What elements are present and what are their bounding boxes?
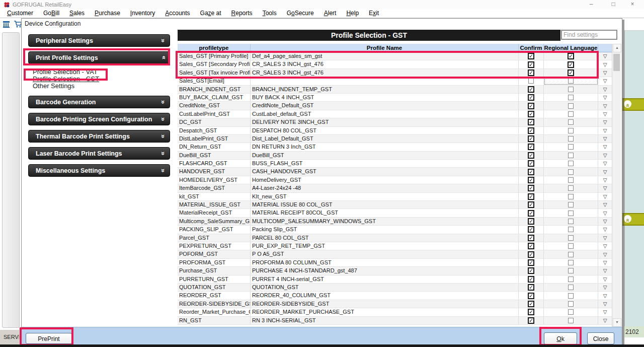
row-dropdown-icon[interactable]: ▽	[598, 275, 612, 283]
table-row[interactable]: Multicomp_SaleSummary_GSTMULTICOMP_SALES…	[178, 218, 612, 226]
row-dropdown-icon[interactable]: ▽	[598, 209, 612, 217]
row-dropdown-icon[interactable]: ▽	[598, 201, 612, 209]
sidebar-section-laser-barcode-print-settings[interactable]: Laser Barcode Print Settings»	[28, 147, 170, 160]
regional-unchecked-checkbox[interactable]	[568, 318, 574, 323]
menu-item-alert[interactable]: Alert	[319, 9, 342, 18]
row-dropdown-icon[interactable]: ▽	[598, 127, 612, 134]
table-row[interactable]: Sales_GST [Tax invoice Profile]CR_SALES …	[178, 69, 612, 77]
menu-item-inventory[interactable]: Inventory	[125, 9, 160, 18]
table-row[interactable]: Purchase_GSTPURCHASE 4 INCH-STANDARD_gst…	[178, 267, 612, 275]
confirm-checked-checkbox[interactable]: ✓	[528, 201, 534, 208]
sidebar-section-print-profile-settings[interactable]: Print Profile Settings»	[28, 51, 170, 64]
confirm-checked-checkbox[interactable]: ✓	[528, 276, 534, 283]
confirm-checked-checkbox[interactable]: ✓	[528, 243, 534, 249]
confirm-checked-checkbox[interactable]: ✓	[528, 135, 534, 142]
row-dropdown-icon[interactable]: ▽	[598, 184, 612, 192]
table-row[interactable]: RN_GSTRN 3 INCH-SERIAL_GST✓▽	[178, 317, 612, 325]
row-dropdown-icon[interactable]: ▽	[598, 110, 612, 118]
sidebar-section-barcode-generation[interactable]: Barcode Generation»	[28, 96, 170, 108]
sidebar-section-barcode-printing-screen-configuration[interactable]: Barcode Printing Screen Configuration»	[28, 113, 170, 125]
regional-unchecked-checkbox[interactable]	[568, 128, 574, 133]
row-dropdown-icon[interactable]: ▽	[598, 168, 612, 175]
row-dropdown-icon[interactable]: ▽	[598, 242, 612, 250]
regional-unchecked-checkbox[interactable]	[568, 268, 574, 273]
regional-unchecked-checkbox[interactable]	[568, 219, 574, 224]
row-dropdown-icon[interactable]: ▽	[598, 143, 612, 151]
row-dropdown-icon[interactable]: ▽	[598, 86, 612, 93]
table-row[interactable]: ItemBarcode_GSTA4-Laser-24x24 -48✓▽	[178, 184, 612, 192]
confirm-checked-checkbox[interactable]: ✓	[528, 185, 534, 191]
row-dropdown-icon[interactable]: ▽	[598, 259, 612, 266]
confirm-checked-checkbox[interactable]: ✓	[528, 127, 534, 134]
table-row[interactable]: PROFORMA_GSTPROFORMA 80 COLUMN_GST✓▽	[178, 259, 612, 267]
table-row[interactable]: kit_GSTKIt_new_GST✓▽	[178, 193, 612, 201]
menu-item-help[interactable]: Help	[341, 9, 364, 18]
regional-unchecked-checkbox[interactable]	[568, 144, 574, 150]
table-row[interactable]: DN_Return_GSTDN RETURN 3 Inch_GST✓▽	[178, 143, 612, 151]
table-row[interactable]: CustLabelPrint_GSTCustLabel_default_GST✓…	[178, 110, 612, 118]
regional-unchecked-checkbox[interactable]	[568, 276, 574, 282]
row-dropdown-icon[interactable]: ▽	[598, 60, 612, 68]
table-row[interactable]: DC_GSTDELIVERY NOTE 3INCH_GST✓▽	[178, 118, 612, 126]
regional-unchecked-checkbox[interactable]	[568, 87, 574, 92]
regional-unchecked-checkbox[interactable]	[568, 153, 574, 158]
confirm-checked-checkbox[interactable]: ✓	[528, 86, 534, 93]
regional-unchecked-checkbox[interactable]	[568, 202, 574, 207]
regional-checked-checkbox[interactable]: ✓	[568, 61, 574, 68]
regional-unchecked-checkbox[interactable]	[568, 293, 574, 299]
confirm-checked-checkbox[interactable]: ✓	[528, 61, 534, 68]
close-icon[interactable]: ×	[625, 0, 640, 9]
row-dropdown-icon[interactable]: ▽	[598, 69, 612, 77]
regional-unchecked-checkbox[interactable]	[568, 301, 574, 307]
row-dropdown-icon[interactable]: ▽	[598, 94, 612, 101]
table-row[interactable]: Reorder_Market_Purchase_GSTREORDER_MARKE…	[178, 308, 612, 316]
find-settings-input[interactable]	[561, 30, 617, 40]
sidebar-section-miscellaneous-settings[interactable]: Miscellaneous Settings»	[28, 164, 170, 177]
scroll-down-icon[interactable]: ▼	[613, 318, 621, 327]
row-dropdown-icon[interactable]: ▽	[598, 52, 612, 60]
confirm-checked-checkbox[interactable]: ✓	[528, 53, 534, 59]
row-dropdown-icon[interactable]: ▽	[598, 226, 612, 233]
regional-unchecked-checkbox[interactable]	[568, 227, 574, 232]
confirm-checked-checkbox[interactable]: ✓	[528, 119, 534, 125]
row-dropdown-icon[interactable]: ▽	[598, 193, 612, 200]
sidebar-item-profile-selection-vat[interactable]: Profile Selection - VAT	[33, 68, 170, 76]
confirm-checked-checkbox[interactable]: ✓	[528, 218, 534, 225]
confirm-checked-checkbox[interactable]: ✓	[528, 169, 534, 175]
menu-item-gaze-at[interactable]: Gaze at	[195, 9, 226, 18]
table-row[interactable]: POFORM_GSTP O A5_GST✓▽	[178, 250, 612, 258]
menu-item-reports[interactable]: Reports	[226, 9, 258, 18]
sidebar-item-other-settings[interactable]: Other Settings	[33, 83, 170, 90]
regional-checked-checkbox[interactable]: ✓	[568, 70, 574, 76]
regional-unchecked-checkbox[interactable]	[568, 177, 574, 183]
scrollbar-thumb[interactable]	[613, 54, 620, 71]
confirm-checked-checkbox[interactable]: ✓	[528, 144, 534, 150]
confirm-checked-checkbox[interactable]: ✓	[528, 293, 534, 299]
confirm-checked-checkbox[interactable]: ✓	[528, 301, 534, 307]
row-dropdown-icon[interactable]: ▽	[598, 267, 612, 274]
row-dropdown-icon[interactable]: ▽	[598, 176, 612, 184]
sidebar-section-peripheral-settings[interactable]: Peripheral Settings»	[28, 34, 170, 47]
sidebar-item-profile-selection-gst[interactable]: Profile Selection - GST	[33, 76, 170, 83]
close-button[interactable]: Close	[587, 332, 614, 344]
row-dropdown-icon[interactable]: ▽	[598, 300, 612, 308]
preprint-design-button[interactable]: PrePrint Design	[26, 333, 72, 344]
regional-unchecked-checkbox[interactable]	[568, 243, 574, 249]
regional-unchecked-checkbox[interactable]	[568, 78, 574, 84]
confirm-checked-checkbox[interactable]: ✓	[528, 226, 534, 233]
row-dropdown-icon[interactable]: ▽	[598, 308, 612, 316]
menu-item-exit[interactable]: Exit	[364, 9, 384, 18]
confirm-checked-checkbox[interactable]: ✓	[528, 111, 534, 117]
table-row[interactable]: FLASHCARD_GSTBUSS_FLASH_GST✓▽	[178, 160, 612, 168]
table-row[interactable]: PURRETURN_GSTPURRET 4 INCH-serial_GST✓▽	[178, 275, 612, 284]
table-row[interactable]: REORDER-SIDEBYSIDE_GSTREORDER-SIDEBYSIDE…	[178, 300, 612, 308]
confirm-checked-checkbox[interactable]: ✓	[528, 103, 534, 109]
confirm-checked-checkbox[interactable]: ✓	[528, 70, 534, 76]
regional-unchecked-checkbox[interactable]	[568, 309, 574, 315]
regional-unchecked-checkbox[interactable]	[568, 136, 574, 142]
row-dropdown-icon[interactable]: ▽	[598, 218, 612, 225]
table-row[interactable]: BRANCH_INDENT_GSTBRANCH_INDENT_TEMP_GST✓…	[178, 86, 612, 94]
row-dropdown-icon[interactable]: ▽	[598, 102, 612, 109]
regional-unchecked-checkbox[interactable]	[568, 260, 574, 265]
ok-button[interactable]: Ok	[544, 332, 577, 344]
